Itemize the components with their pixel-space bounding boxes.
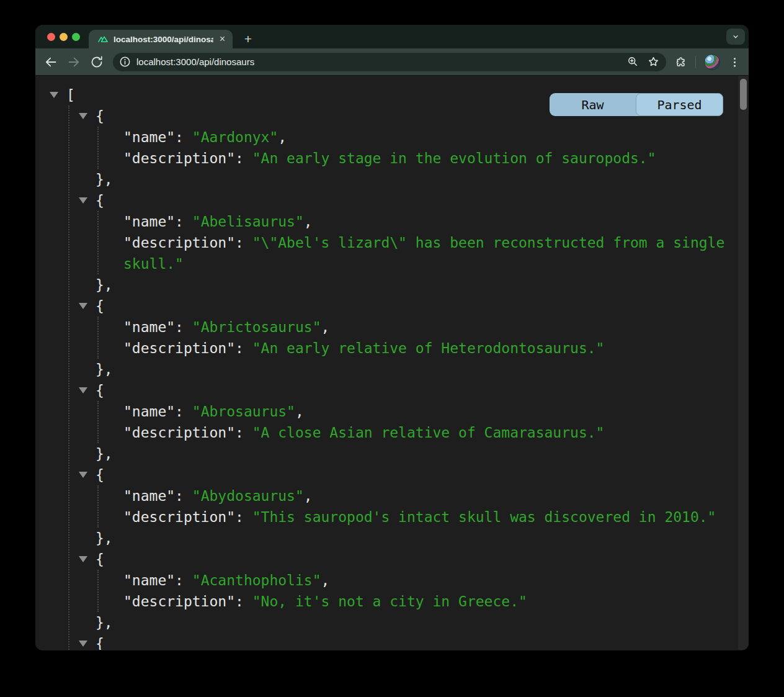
new-tab-button[interactable]: +: [241, 32, 255, 45]
collapse-triangle-icon[interactable]: [79, 472, 87, 478]
raw-button[interactable]: Raw: [550, 93, 636, 116]
tab-search-button[interactable]: [726, 29, 745, 45]
colon: :: [235, 150, 252, 166]
comma: ,: [295, 403, 304, 420]
json-string-value: "Abrictosaurus": [192, 319, 321, 335]
json-object: { "name": "Abydosaurus", "description": …: [35, 464, 738, 549]
forward-icon[interactable]: [66, 55, 81, 70]
site-info-icon[interactable]: [118, 55, 131, 68]
object-close-row: },: [35, 528, 738, 549]
collapse-triangle-icon[interactable]: [79, 556, 87, 562]
json-key: "description": [123, 340, 235, 356]
json-object: { "name": "Aardonyx", "description": "An…: [35, 106, 738, 190]
object-close-row: },: [35, 169, 738, 190]
json-object: { "name": "Abrictosaurus", "description"…: [35, 295, 738, 380]
scrollbar-thumb[interactable]: [740, 79, 747, 110]
collapse-triangle-icon[interactable]: [50, 92, 58, 98]
json-key: "description": [123, 593, 235, 609]
colon: :: [175, 214, 192, 230]
bookmark-star-icon[interactable]: [647, 55, 660, 68]
view-mode-toggle: Raw Parsed: [550, 93, 723, 116]
toolbar-right: [674, 48, 741, 76]
open-brace: {: [96, 192, 104, 209]
open-brace: {: [96, 551, 104, 567]
close-brace: },: [96, 361, 113, 377]
scrollbar-track[interactable]: [738, 76, 749, 650]
colon: :: [235, 340, 252, 356]
collapse-triangle-icon[interactable]: [79, 303, 87, 309]
collapse-triangle-icon[interactable]: [79, 387, 87, 393]
tab-title: localhost:3000/api/dinosaurs: [114, 35, 213, 44]
collapse-triangle-icon[interactable]: [79, 641, 87, 647]
comma: ,: [304, 488, 313, 504]
json-tree: [ { "name": "Aardonyx", "description": "…: [35, 76, 738, 650]
name-row: "name": "Abydosaurus",: [35, 485, 738, 506]
json-key: "name": [123, 214, 175, 230]
json-key: "name": [123, 488, 175, 504]
open-brace: {: [96, 298, 104, 314]
close-window-button[interactable]: [47, 33, 55, 41]
object-close-row: },: [35, 274, 738, 295]
browser-tab[interactable]: localhost:3000/api/dinosaurs ×: [89, 30, 233, 48]
site-favicon-icon: [97, 34, 109, 45]
json-string-value: "No, it's not a city in Greece.": [252, 593, 527, 609]
zoom-icon[interactable]: [626, 55, 639, 68]
json-string-value: "Abelisaurus": [192, 214, 304, 230]
menu-kebab-icon[interactable]: [728, 56, 741, 69]
parsed-button[interactable]: Parsed: [636, 93, 723, 116]
colon: :: [175, 572, 192, 588]
object-open-row: {: [35, 549, 738, 570]
description-row: "description": "This sauropod's intact s…: [35, 506, 738, 528]
tab-strip: localhost:3000/api/dinosaurs × +: [35, 25, 749, 48]
colon: :: [175, 488, 192, 504]
address-bar[interactable]: localhost:3000/api/dinosaurs: [113, 53, 666, 71]
profile-avatar[interactable]: [704, 54, 720, 70]
colon: :: [235, 593, 252, 609]
browser-window: localhost:3000/api/dinosaurs × +: [35, 25, 749, 650]
json-string-value: "Aardonyx": [192, 129, 278, 145]
collapse-triangle-icon[interactable]: [79, 197, 87, 204]
minimize-window-button[interactable]: [60, 33, 68, 41]
object-open-row: {: [35, 295, 738, 317]
json-key: "description": [123, 150, 235, 166]
reload-icon[interactable]: [89, 55, 104, 70]
name-row: "name": "Abrosaurus",: [35, 401, 738, 422]
colon: :: [235, 509, 252, 525]
fullscreen-window-button[interactable]: [72, 33, 80, 41]
collapse-triangle-icon[interactable]: [79, 113, 87, 119]
json-object: { "name": "Abrosaurus", "description": "…: [35, 380, 738, 464]
colon: :: [175, 129, 192, 145]
json-string-value: "Abrosaurus": [192, 403, 295, 420]
browser-toolbar: localhost:3000/api/dinosaurs: [35, 48, 749, 76]
json-key: "name": [123, 129, 175, 145]
description-row: "description": "An early stage in the ev…: [35, 148, 738, 169]
name-row: "name": "Acanthopholis",: [35, 570, 738, 591]
colon: :: [235, 425, 252, 441]
json-viewer: Raw Parsed [ { "name": "Aardonyx",: [35, 76, 749, 650]
json-string-value: "This sauropod's intact skull was discov…: [252, 509, 716, 525]
address-url[interactable]: localhost:3000/api/dinosaurs: [136, 56, 254, 67]
comma: ,: [304, 214, 313, 230]
colon: :: [175, 319, 192, 335]
back-icon[interactable]: [43, 55, 58, 70]
object-close-row: },: [35, 612, 738, 633]
object-open-row: {: [35, 380, 738, 401]
tab-close-icon[interactable]: ×: [218, 34, 226, 44]
description-row: "description": "\"Abel's lizard\" has be…: [35, 232, 738, 274]
json-string-value: "Abydosaurus": [192, 488, 304, 504]
chevron-down-icon: [730, 31, 741, 42]
root-bracket: [: [66, 87, 75, 103]
object-open-row-partial: {: [35, 633, 738, 650]
json-key: "description": [123, 509, 235, 525]
json-string-value: "An early relative of Heterodontosaurus.…: [252, 340, 605, 356]
close-brace: },: [96, 530, 113, 546]
comma: ,: [321, 572, 330, 588]
name-row: "name": "Abelisaurus",: [35, 211, 738, 232]
comma: ,: [278, 129, 287, 145]
extensions-puzzle-icon[interactable]: [674, 56, 687, 69]
toolbar-divider: [695, 56, 696, 68]
colon: :: [175, 403, 192, 420]
object-open-row: {: [35, 464, 738, 485]
object-close-row: },: [35, 359, 738, 380]
json-object: { "name": "Abelisaurus", "description": …: [35, 190, 738, 295]
